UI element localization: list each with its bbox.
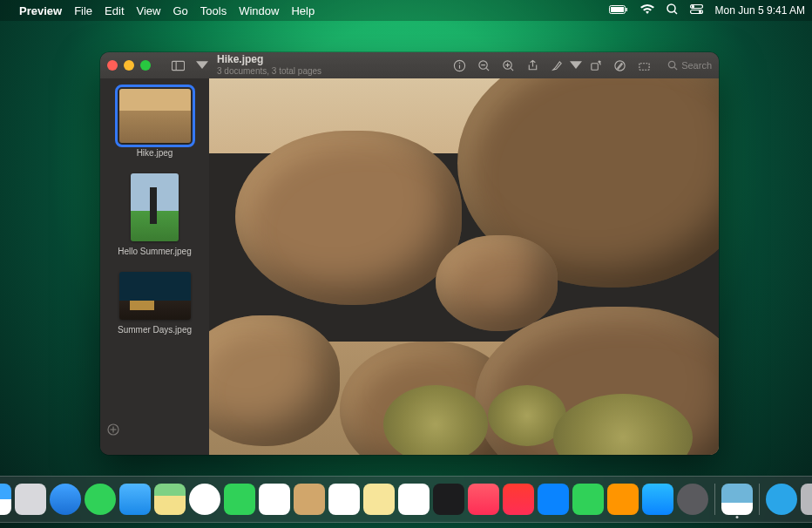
main-image-view[interactable] <box>209 78 719 455</box>
dock-music-icon[interactable] <box>468 484 499 515</box>
zoom-in-button[interactable] <box>497 56 519 75</box>
svg-line-4 <box>674 11 677 14</box>
svg-point-3 <box>667 4 675 12</box>
fullscreen-button[interactable] <box>140 60 151 71</box>
dock-freeform-icon[interactable] <box>398 484 430 515</box>
dock-downloads-icon[interactable] <box>766 484 797 515</box>
dock-launchpad-icon[interactable] <box>15 484 46 515</box>
info-button[interactable] <box>448 56 470 75</box>
dock-numbers-icon[interactable] <box>572 484 604 515</box>
dock-contacts-icon[interactable] <box>294 484 325 515</box>
dock-news-icon[interactable] <box>503 484 534 515</box>
menu-go[interactable]: Go <box>173 4 187 17</box>
dock-trash-icon[interactable] <box>801 484 812 515</box>
close-button[interactable] <box>107 60 118 71</box>
window-title: Hike.jpeg <box>217 54 321 66</box>
dock-tv-icon[interactable] <box>433 484 464 515</box>
dock-separator <box>759 484 760 515</box>
thumbnail-label: Hike.jpeg <box>137 148 173 158</box>
highlight-button[interactable] <box>545 56 568 75</box>
dock-reminders-icon[interactable] <box>328 484 360 515</box>
dock-appstore-icon[interactable] <box>642 484 673 515</box>
sidebar-toggle-button[interactable] <box>166 56 189 75</box>
dock-calendar-icon[interactable] <box>259 484 290 515</box>
minimize-button[interactable] <box>124 60 134 71</box>
app-menu[interactable]: Preview <box>19 4 62 17</box>
traffic-lights <box>107 60 151 71</box>
thumbnail-label: Summer Days.jpeg <box>118 325 192 335</box>
window-subtitle: 3 documents, 3 total pages <box>217 66 321 77</box>
highlight-menu-chevron-icon[interactable] <box>570 56 582 75</box>
svg-point-24 <box>669 61 675 67</box>
menu-bar: Preview File Edit View Go Tools Window H… <box>0 0 812 21</box>
menu-window[interactable]: Window <box>239 4 279 17</box>
thumbnail-image[interactable] <box>119 89 191 143</box>
thumbnail-image[interactable] <box>119 272 191 320</box>
dock-keynote-icon[interactable] <box>538 484 569 515</box>
title-bar: Hike.jpeg 3 documents, 3 total pages Sea… <box>100 52 719 78</box>
thumbnail-label: Hello Summer.jpeg <box>118 247 191 256</box>
svg-line-15 <box>486 68 489 71</box>
markup-button[interactable] <box>608 56 631 75</box>
svg-point-8 <box>699 11 700 13</box>
svg-point-6 <box>692 6 694 8</box>
svg-rect-1 <box>611 7 624 12</box>
dock-notes-icon[interactable] <box>363 484 395 515</box>
share-button[interactable] <box>521 56 544 75</box>
control-center-icon[interactable] <box>690 4 703 17</box>
svg-point-13 <box>458 62 460 64</box>
dock-maps-icon[interactable] <box>154 484 186 515</box>
dock-separator <box>714 484 715 515</box>
dock-settings-icon[interactable] <box>677 484 708 515</box>
svg-line-18 <box>511 68 513 71</box>
dock-messages-icon[interactable] <box>85 484 116 515</box>
rotate-button[interactable] <box>584 56 606 75</box>
thumbnail-image[interactable] <box>131 173 179 241</box>
dock <box>0 476 812 523</box>
thumbnail-item[interactable]: Summer Days.jpeg <box>100 272 209 335</box>
thumbnail-item[interactable]: Hello Summer.jpeg <box>100 173 209 256</box>
zoom-out-button[interactable] <box>472 56 495 75</box>
svg-rect-23 <box>639 63 649 70</box>
sidebar-add-button[interactable] <box>100 418 209 444</box>
svg-rect-21 <box>591 63 598 70</box>
battery-icon[interactable] <box>609 4 628 17</box>
menu-file[interactable]: File <box>74 4 92 17</box>
dock-finder-icon[interactable] <box>0 484 11 515</box>
menu-view[interactable]: View <box>137 4 161 17</box>
thumbnails-sidebar: Hike.jpeg Hello Summer.jpeg Summer Days.… <box>100 78 209 455</box>
svg-rect-9 <box>172 61 184 70</box>
svg-line-25 <box>674 67 677 70</box>
spotlight-icon[interactable] <box>667 3 678 17</box>
menu-help[interactable]: Help <box>291 4 315 17</box>
dock-preview-icon[interactable] <box>721 484 753 515</box>
dock-safari-icon[interactable] <box>50 484 81 515</box>
svg-rect-2 <box>626 8 627 11</box>
dock-mail-icon[interactable] <box>119 484 151 515</box>
thumbnail-item[interactable]: Hike.jpeg <box>100 89 209 158</box>
menu-edit[interactable]: Edit <box>105 4 124 17</box>
dock-facetime-icon[interactable] <box>224 484 255 515</box>
search-placeholder: Search <box>681 60 712 71</box>
sidebar-menu-chevron-icon[interactable] <box>196 56 208 75</box>
crop-button[interactable] <box>633 56 655 75</box>
dock-photos-icon[interactable] <box>189 484 220 515</box>
dock-pages-icon[interactable] <box>607 484 639 515</box>
wifi-icon[interactable] <box>640 4 654 17</box>
search-field[interactable]: Search <box>667 60 712 71</box>
clock[interactable]: Mon Jun 5 9:41 AM <box>715 4 805 17</box>
title-block: Hike.jpeg 3 documents, 3 total pages <box>217 54 321 76</box>
menu-tools[interactable]: Tools <box>200 4 227 17</box>
preview-window: Hike.jpeg 3 documents, 3 total pages Sea… <box>100 52 719 455</box>
